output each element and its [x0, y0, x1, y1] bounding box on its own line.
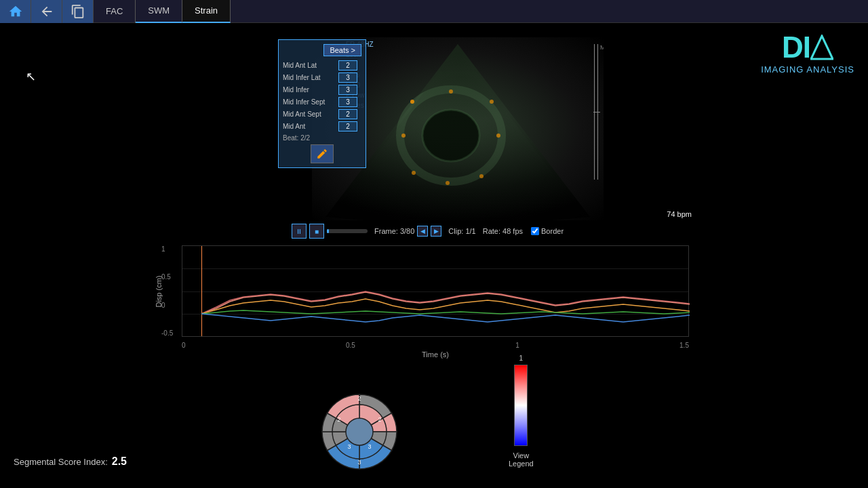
- beat-row-mid-ant-sept: Mid Ant Sept: [283, 109, 361, 119]
- frame-current: 3: [400, 227, 404, 235]
- segmental-score-section: Segmental Score Index: 2.5: [14, 455, 127, 468]
- tab-strain[interactable]: Strain: [182, 0, 231, 23]
- svg-text:3: 3: [357, 459, 361, 466]
- beat-label-mid-infer-sept: Mid Infer Sept: [283, 98, 338, 106]
- beat-input-mid-ant-sept[interactable]: [338, 109, 357, 119]
- beats-button[interactable]: Beats >: [323, 44, 361, 56]
- beat-row-mid-infer-lat: Mid Infer Lat: [283, 73, 361, 83]
- scale-top-label: 1: [519, 354, 524, 362]
- x-tick-4: 1.5: [679, 342, 689, 349]
- x-tick-1: 0: [182, 342, 186, 349]
- beat-label-mid-ant-sept: Mid Ant Sept: [283, 110, 338, 118]
- beat-label-mid-ant: Mid Ant: [283, 123, 338, 130]
- pause-icon: ⏸: [296, 228, 302, 235]
- beats-panel: Beats > Mid Ant Lat Mid Infer Lat Mid In…: [278, 39, 366, 168]
- view-legend-line2: Legend: [509, 460, 534, 468]
- beat-input-mid-infer-lat[interactable]: [338, 73, 357, 83]
- frame-total: 80: [406, 227, 414, 235]
- beat-row-mid-ant-lat: Mid Ant Lat: [283, 60, 361, 70]
- border-label: Border: [541, 227, 564, 235]
- color-scale-bar: [514, 365, 528, 446]
- progress-bar[interactable]: [327, 229, 368, 233]
- beat-input-mid-infer-sept[interactable]: [338, 97, 357, 107]
- view-legend[interactable]: View Legend: [509, 451, 534, 468]
- beat-input-mid-infer[interactable]: [338, 85, 357, 95]
- chart-x-axis-label: Time (s): [422, 350, 449, 359]
- bpm-badge: 74 bpm: [667, 210, 692, 218]
- x-tick-2: 0.5: [346, 342, 355, 349]
- svg-marker-0: [811, 36, 833, 59]
- score-value: 2.5: [112, 455, 127, 468]
- beat-label-mid-ant-lat: Mid Ant Lat: [283, 62, 338, 69]
- beat-input-mid-ant[interactable]: [338, 121, 357, 131]
- frame-back-button[interactable]: ◀: [417, 226, 428, 237]
- score-label: Segmental Score Index:: [14, 457, 108, 467]
- beat-label-mid-infer-lat: Mid Infer Lat: [283, 74, 338, 81]
- pencil-button[interactable]: [311, 144, 334, 163]
- logo-icon: DI: [782, 30, 833, 64]
- stop-button[interactable]: ■: [309, 224, 324, 239]
- logo-di-text: DI: [782, 30, 810, 64]
- tab-swm[interactable]: SWM: [136, 0, 182, 23]
- logo-text: IMAGING ANALYSIS: [761, 64, 854, 75]
- clip-info: Clip: 1/1: [448, 227, 475, 235]
- border-checkbox[interactable]: [531, 227, 539, 235]
- x-tick-3: 1: [515, 342, 519, 349]
- back-button[interactable]: [31, 0, 62, 23]
- pause-button[interactable]: ⏸: [292, 224, 307, 239]
- beat-label-mid-infer: Mid Infer: [283, 86, 338, 94]
- y-tick-3: 0: [161, 302, 173, 309]
- frame-label: Frame: 3/80: [374, 227, 414, 235]
- color-scale: 1 View Legend: [509, 354, 534, 468]
- mouse-cursor: ↖: [26, 69, 36, 84]
- tab-fac[interactable]: FAC: [94, 0, 136, 23]
- y-tick-1: 1: [161, 245, 173, 253]
- playback-controls: ⏸ ■ Frame: 3/80 ◀ ▶ Clip: 1/1 Rate: 48 f…: [292, 224, 564, 239]
- view-legend-line1: View: [509, 451, 534, 460]
- svg-text:2: 2: [357, 395, 361, 402]
- scale-bar: M:3: [594, 44, 598, 180]
- chart-x-axis: 0 0.5 1 1.5: [182, 342, 689, 349]
- svg-text:2: 2: [337, 416, 340, 423]
- svg-text:3: 3: [368, 443, 371, 450]
- topbar: FAC SWM Strain: [0, 0, 868, 23]
- beat-input-mid-ant-lat[interactable]: [338, 60, 357, 70]
- frame-text: Frame:: [374, 227, 398, 235]
- beat-count-info: Beat: 2/2: [283, 134, 361, 142]
- chart-y-axis: 1 0.5 0 -0.5: [161, 245, 173, 337]
- y-tick-4: -0.5: [161, 329, 173, 337]
- beat-row-mid-infer: Mid Infer: [283, 85, 361, 95]
- beat-row-mid-infer-sept: Mid Infer Sept: [283, 97, 361, 107]
- rate-info: Rate: 48 fps: [483, 227, 523, 235]
- bulls-eye-diagram: 2 2 3 3 3 2: [312, 384, 407, 481]
- svg-text:3: 3: [347, 443, 351, 450]
- bulls-eye-svg: 2 2 3 3 3 2: [312, 384, 407, 479]
- chart-background: [182, 245, 689, 337]
- y-tick-2: 0.5: [161, 273, 173, 281]
- border-checkbox-container: Border: [531, 227, 564, 235]
- beat-row-mid-ant: Mid Ant: [283, 121, 361, 131]
- copy-button[interactable]: [62, 0, 94, 23]
- svg-point-12: [346, 418, 373, 445]
- waveform-svg: [182, 246, 690, 338]
- logo: DI IMAGING ANALYSIS: [761, 30, 854, 75]
- svg-point-10: [410, 100, 414, 104]
- home-button[interactable]: [0, 0, 31, 23]
- waveform-chart: Disp (cm) 1 0.5 0 -0.5 0 0.5: [182, 245, 689, 337]
- stop-icon: ■: [315, 228, 319, 235]
- frame-forward-button[interactable]: ▶: [431, 226, 441, 237]
- svg-text:2: 2: [378, 416, 381, 423]
- progress-fill: [327, 229, 329, 233]
- logo-triangle-icon: [810, 35, 833, 60]
